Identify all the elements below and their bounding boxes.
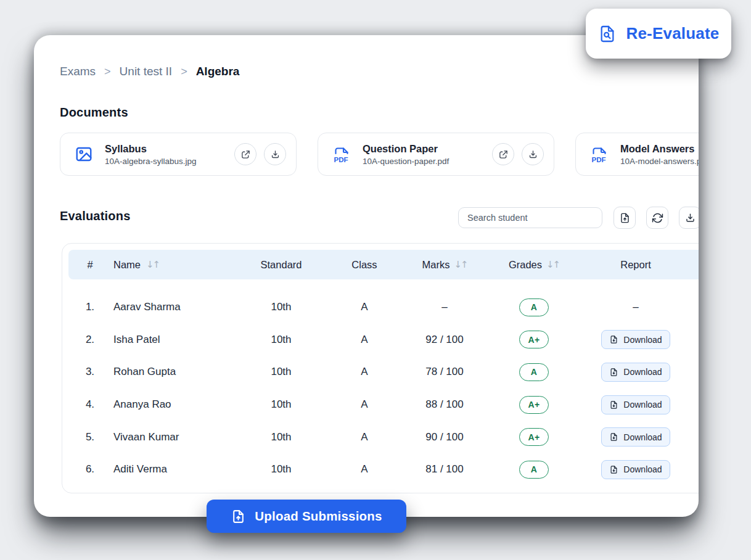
- refresh-icon: [652, 212, 663, 224]
- pdf-file-icon: PDF: [332, 144, 351, 164]
- breadcrumb-exams[interactable]: Exams: [60, 65, 96, 78]
- cell-marks: –: [401, 301, 488, 313]
- grade-badge: A+: [519, 331, 549, 348]
- document-title: Question Paper: [363, 143, 486, 155]
- column-header-label: Marks: [422, 259, 449, 271]
- download-report-label: Download: [623, 400, 662, 410]
- cell-standard: 10th: [235, 366, 327, 378]
- document-search-icon: [597, 24, 617, 44]
- download-report-label: Download: [623, 432, 662, 442]
- cell-marks: 90 / 100: [401, 431, 488, 443]
- sort-arrows-icon[interactable]: ↓↑: [546, 259, 559, 270]
- download-report-label: Download: [623, 464, 662, 474]
- external-link-icon: [498, 149, 509, 160]
- cell-name: Ananya Rao: [112, 398, 235, 411]
- re-evaluate-label: Re-Evaluate: [626, 24, 719, 43]
- open-document-button[interactable]: [234, 143, 256, 165]
- column-header-index: #: [68, 259, 112, 271]
- cell-standard: 10th: [235, 398, 327, 411]
- cell-marks: 81 / 100: [401, 463, 488, 476]
- file-upload-icon: [231, 509, 246, 524]
- upload-file-button[interactable]: [614, 207, 636, 229]
- cell-marks: 92 / 100: [401, 334, 488, 346]
- download-report-label: Download: [623, 367, 662, 377]
- search-student-input[interactable]: [458, 207, 602, 228]
- grade-badge: A+: [519, 396, 549, 414]
- table-row: 2. Isha Patel 10th A 92 / 100 A+: [68, 324, 699, 356]
- refresh-button[interactable]: [646, 207, 668, 229]
- breadcrumb-algebra: Algebra: [196, 65, 240, 78]
- document-actions: [234, 143, 286, 165]
- column-header-label: Name: [113, 259, 141, 271]
- file-upload-icon: [619, 212, 631, 224]
- grade-badge: A+: [519, 428, 549, 446]
- download-document-button[interactable]: [522, 143, 544, 165]
- table-row: 4. Ananya Rao 10th A 88 / 100 A+: [68, 389, 699, 421]
- breadcrumb: Exams > Unit test II > Algebra: [60, 65, 239, 78]
- re-evaluate-button[interactable]: Re-Evaluate: [586, 9, 731, 59]
- file-download-icon: [609, 465, 618, 474]
- evaluations-section-title: Evaluations: [60, 209, 130, 223]
- cell-name: Aditi Verma: [112, 463, 235, 476]
- cell-standard: 10th: [235, 334, 327, 346]
- document-meta: Model Answers 10A-model-answers.pdf: [620, 143, 699, 166]
- document-card-question-paper: PDF Question Paper 10A-question-paper.pd…: [318, 133, 554, 176]
- sort-arrows-icon[interactable]: ↓↑: [146, 259, 159, 270]
- document-filename: 10A-question-paper.pdf: [363, 157, 486, 166]
- cell-name: Isha Patel: [112, 334, 235, 346]
- cell-class: A: [327, 301, 401, 313]
- cell-standard: 10th: [235, 463, 327, 476]
- chevron-right-icon: >: [181, 65, 187, 78]
- exam-detail-card: Exams > Unit test II > Algebra Documents…: [34, 35, 699, 517]
- download-report-all-button[interactable]: [679, 207, 699, 229]
- svg-text:PDF: PDF: [592, 156, 606, 163]
- cell-name: Aarav Sharma: [112, 301, 235, 313]
- file-download-icon: [609, 368, 618, 377]
- grade-badge: A: [519, 299, 549, 316]
- upload-submissions-label: Upload Submissions: [255, 509, 382, 524]
- cell-index: 6.: [68, 463, 112, 476]
- cell-standard: 10th: [235, 431, 327, 443]
- document-title: Syllabus: [105, 143, 228, 155]
- download-document-button[interactable]: [264, 143, 286, 165]
- download-report-button[interactable]: Download: [601, 363, 670, 382]
- document-filename: 10A-algebra-syllabus.jpg: [105, 157, 228, 166]
- column-header-marks[interactable]: Marks ↓↑: [401, 259, 488, 271]
- file-download-icon: [609, 335, 618, 344]
- download-report-label: Download: [623, 335, 662, 345]
- table-body: 1. Aarav Sharma 10th A – A – 2. Isha Pat…: [68, 291, 699, 486]
- document-filename: 10A-model-answers.pdf: [620, 157, 699, 166]
- document-card-model-answers: PDF Model Answers 10A-model-answers.pdf: [575, 133, 699, 176]
- cell-index: 2.: [68, 334, 112, 346]
- cell-report-empty: –: [633, 301, 638, 313]
- table-row: 5. Vivaan Kumar 10th A 90 / 100 A+: [68, 421, 699, 453]
- document-meta: Syllabus 10A-algebra-syllabus.jpg: [105, 143, 228, 166]
- cell-class: A: [327, 398, 401, 411]
- sort-arrows-icon[interactable]: ↓↑: [454, 259, 467, 270]
- file-download-icon: [609, 432, 618, 442]
- upload-submissions-button[interactable]: Upload Submissions: [207, 500, 406, 533]
- table-row: 3. Rohan Gupta 10th A 78 / 100 A: [68, 356, 699, 389]
- cell-class: A: [327, 463, 401, 476]
- breadcrumb-unit-test[interactable]: Unit test II: [120, 65, 173, 78]
- download-report-button[interactable]: Download: [601, 330, 670, 349]
- document-actions: [492, 143, 544, 165]
- column-header-class: Class: [327, 259, 401, 271]
- download-icon: [528, 149, 538, 160]
- table-row: 1. Aarav Sharma 10th A – A –: [68, 291, 699, 324]
- column-header-name[interactable]: Name ↓↑: [112, 259, 235, 271]
- document-title: Model Answers: [620, 143, 699, 155]
- download-report-button[interactable]: Download: [601, 427, 670, 447]
- cell-marks: 88 / 100: [401, 398, 488, 411]
- chevron-right-icon: >: [104, 65, 111, 78]
- image-icon: [74, 144, 94, 164]
- download-report-button[interactable]: Download: [601, 395, 670, 414]
- table-header-row: # Name ↓↑ Standard Class Marks ↓↑ Grades…: [68, 250, 699, 279]
- download-report-button[interactable]: Download: [601, 460, 670, 479]
- pdf-file-icon: PDF: [589, 144, 609, 164]
- open-document-button[interactable]: [492, 143, 514, 165]
- column-header-grades[interactable]: Grades ↓↑: [488, 259, 580, 271]
- cell-marks: 78 / 100: [401, 366, 488, 378]
- page-background: Exams > Unit test II > Algebra Documents…: [0, 0, 751, 560]
- column-header-label: Grades: [509, 259, 542, 271]
